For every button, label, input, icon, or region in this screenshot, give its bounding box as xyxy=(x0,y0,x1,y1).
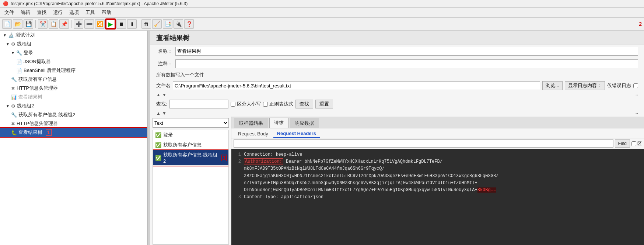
sidebar: ▼ 🔬 测试计划 ▼ ⚙ 线程组 ▼ 🔧 登录 📄 JSON提取器 📄 Bean… xyxy=(0,31,147,245)
collapse-icon4: ▼ xyxy=(6,104,10,108)
label-2: 2 xyxy=(639,21,642,27)
title-icon: 🔴 xyxy=(3,1,8,6)
tree-item-view-tree2[interactable]: 🐛 查看结果树 1 xyxy=(0,128,147,137)
menu-run[interactable]: 运行 xyxy=(50,8,66,17)
down-arrow2[interactable]: ▼ xyxy=(162,111,167,116)
format-select[interactable]: Text XML HTML JSON xyxy=(153,118,229,128)
tree-item-login[interactable]: ▼ 🔧 登录 xyxy=(0,48,147,57)
reset-button[interactable]: 重置 xyxy=(315,100,333,108)
main-layout: ▼ 🔬 测试计划 ▼ ⚙ 线程组 ▼ 🔧 登录 📄 JSON提取器 📄 Bean… xyxy=(0,31,644,245)
get-icon: 🔧 xyxy=(11,77,17,82)
result-item-login[interactable]: ✅ 登录 xyxy=(153,130,228,140)
stop-button[interactable]: ⏹ xyxy=(116,19,126,29)
results-area: Text XML HTML JSON ✅ 登录 ✅ 获取所有客户 xyxy=(150,117,644,245)
up-arrow1[interactable]: ▲ xyxy=(156,92,161,97)
menu-tools[interactable]: 工具 xyxy=(83,8,98,17)
tree-label-thread2: 线程组2 xyxy=(17,103,34,109)
shutdown-button[interactable]: ⏸ xyxy=(127,19,137,29)
dots1: ··· xyxy=(634,92,638,97)
clear-button[interactable]: 🗑 xyxy=(141,19,151,29)
find-option-checkbox[interactable] xyxy=(631,141,636,146)
tree-item-http-header2[interactable]: ✖ HTTP信息头管理器 xyxy=(0,119,147,128)
tree-label-json: JSON提取器 xyxy=(24,58,51,65)
tree-item-view-tree1[interactable]: 📊 查看结果树 xyxy=(0,93,147,101)
search-input[interactable] xyxy=(169,100,228,108)
search-row: 查找: 区分大小写 正则表达式 查找 重置 xyxy=(150,98,644,110)
find-checkbox-group: 区 xyxy=(631,141,642,147)
http-icon2: ✖ xyxy=(11,121,15,127)
comment-row: 注释： xyxy=(150,58,644,70)
tree-label-view2: 查看结果树 xyxy=(18,129,42,136)
tab-sampler-result[interactable]: 取样器结果 xyxy=(234,118,268,128)
right-panel: 取样器结果 请求 响应数据 Request Body Request Heade… xyxy=(231,117,644,245)
save-button[interactable]: 💾 xyxy=(24,19,33,29)
red-highlight: 8k0Bg== xyxy=(477,187,496,193)
divider1: ▲ ▼ ··· xyxy=(150,92,644,98)
menu-find[interactable]: 查找 xyxy=(34,8,49,17)
clearall-button[interactable]: 🧹 xyxy=(152,19,162,29)
tree-item-http-header1[interactable]: ✖ HTTP信息头管理器 xyxy=(0,84,147,93)
tree-item-beanshell[interactable]: 📄 BeanShell 后置处理程序 xyxy=(0,66,147,75)
result-item-get-customers2[interactable]: ✅ 获取所有客户信息-线程组2 3 xyxy=(153,150,228,166)
error-only-label: 仅错误日志 xyxy=(607,82,631,89)
find-input[interactable] xyxy=(234,139,613,148)
find-btn[interactable]: Find xyxy=(615,139,630,148)
tree-label-thread1: 线程组 xyxy=(17,41,31,47)
result-item-get-customers[interactable]: ✅ 获取所有客户信息 xyxy=(153,140,228,150)
copy-button[interactable]: 📋 xyxy=(49,19,58,29)
menu-options[interactable]: 选项 xyxy=(66,8,82,17)
remote-button[interactable]: 🔌 xyxy=(174,19,183,29)
menu-help[interactable]: 帮助 xyxy=(99,8,114,17)
file-row: 文件名 浏览... 显示日志内容： 仅错误日志 xyxy=(150,80,644,92)
add-button[interactable]: ➕ xyxy=(74,19,83,29)
sidebar-toggle[interactable]: ⋮ xyxy=(147,31,150,245)
tree-item-json-extractor[interactable]: 📄 JSON提取器 xyxy=(0,57,147,66)
thread-icon2: ⚙ xyxy=(11,103,15,109)
case-checkbox[interactable] xyxy=(231,102,235,107)
browse-button[interactable]: 浏览... xyxy=(542,81,563,90)
down-arrow1[interactable]: ▼ xyxy=(162,92,167,97)
left-results-panel: Text XML HTML JSON ✅ 登录 ✅ 获取所有客户 xyxy=(150,117,231,245)
comment-input[interactable] xyxy=(175,59,638,68)
tab-request[interactable]: 请求 xyxy=(269,118,288,128)
sub-tab-headers[interactable]: Request Headers xyxy=(273,130,320,138)
content-panel: 查看结果树 名称： 注释： 所有数据写入一个文件 文件名 浏览... 显示日志内… xyxy=(150,31,644,245)
tree-item-thread-group1[interactable]: ▼ ⚙ 线程组 xyxy=(0,39,147,48)
menu-file[interactable]: 文件 xyxy=(1,8,17,17)
json-icon: 📄 xyxy=(16,59,22,65)
regex-checkbox[interactable] xyxy=(263,102,268,107)
find-button[interactable]: 查找 xyxy=(295,100,313,108)
up-arrow2[interactable]: ▲ xyxy=(156,111,161,116)
help-button[interactable]: ❓ xyxy=(184,19,194,29)
drag-button[interactable]: 🔀 xyxy=(95,19,105,29)
file-input[interactable] xyxy=(173,81,540,90)
remove-button[interactable]: ➖ xyxy=(84,19,94,29)
template-button[interactable]: 📑 xyxy=(163,19,172,29)
view-icon1: 📊 xyxy=(11,94,17,100)
menu-edit[interactable]: 编辑 xyxy=(18,8,33,17)
new-button[interactable]: 📄 xyxy=(2,19,12,29)
paste-button[interactable]: 📌 xyxy=(59,19,69,29)
separator2 xyxy=(71,20,71,28)
line-num-1: 1 xyxy=(234,151,241,158)
code-line-2: 2 Authorization: Bearer bhNNePb7GfZeMWHY… xyxy=(234,158,641,194)
tree-label-bean: BeanShell 后置处理程序 xyxy=(24,67,76,74)
tree-item-get-customers2[interactable]: 🔧 获取所有客户信息-线程组2 xyxy=(0,110,147,119)
file-label: 文件名 xyxy=(156,82,171,89)
divider2: ▲ ▼ ··· xyxy=(150,110,644,117)
search-label: 查找: xyxy=(156,101,167,107)
display-log-button[interactable]: 显示日志内容： xyxy=(565,81,605,90)
tree-item-thread-group2[interactable]: ▼ ⚙ 线程组2 xyxy=(0,101,147,110)
auth-key-highlight: Authorization: xyxy=(244,158,283,165)
collapse-icon: ▼ xyxy=(3,33,7,37)
tree-item-get-customers[interactable]: 🔧 获取所有客户信息 xyxy=(0,75,147,84)
tab-response-data[interactable]: 响应数据 xyxy=(290,118,319,128)
status-ok-icon-3: ✅ xyxy=(155,155,161,161)
sub-tab-body[interactable]: Request Body xyxy=(234,130,272,138)
name-input[interactable] xyxy=(175,47,638,56)
open-button[interactable]: 📂 xyxy=(13,19,22,29)
error-only-checkbox[interactable] xyxy=(633,83,638,88)
cut-button[interactable]: ✂️ xyxy=(38,19,48,29)
tree-item-test-plan[interactable]: ▼ 🔬 测试计划 xyxy=(0,31,147,39)
run-button[interactable]: ▶ xyxy=(106,19,115,29)
